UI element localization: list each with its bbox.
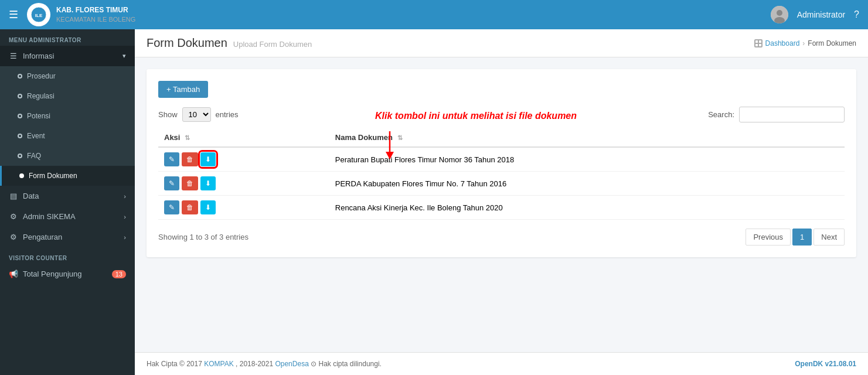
sidebar-item-total-pengunjung[interactable]: 📢 Total Pengunjung 13	[0, 264, 135, 284]
app-logo: ILE KAB. FLORES TIMUR KECAMATAN ILE BOLE…	[27, 3, 135, 26]
sidebar-item-form-dokumen[interactable]: Form Dokumen	[0, 166, 135, 186]
chevron-down-icon: ▾	[122, 52, 126, 60]
cell-nama-1: Peraturan Bupati Flores Timur Nomor 36 T…	[329, 147, 845, 172]
chevron-right-icon: ›	[124, 193, 126, 200]
pagination: Previous 1 Next	[746, 229, 845, 246]
sidebar-submenu-informasi: Prosedur Regulasi Potensi Event FAQ Form…	[0, 66, 135, 186]
sidebar-item-pengaturan[interactable]: ⚙ Pengaturan ›	[0, 227, 135, 247]
cell-aksi-2: ✎🗑⬇	[158, 172, 329, 196]
svg-rect-6	[755, 40, 758, 43]
tambah-button[interactable]: + Tambah	[158, 81, 208, 98]
delete-button-1[interactable]: 🗑	[182, 152, 198, 166]
svg-point-3	[777, 10, 782, 16]
sidebar-item-label-potensi: Potensi	[27, 112, 50, 120]
speaker-icon: 📢	[9, 270, 18, 278]
sidebar-section-visitor: VISITOR COUNTER	[0, 250, 135, 264]
sidebar-item-label-regulasi: Regulasi	[27, 92, 55, 100]
sidebar-item-label-event: Event	[27, 132, 45, 140]
svg-text:ILE: ILE	[35, 13, 43, 18]
sidebar-item-label-admin-sikema: Admin SIKEMA	[23, 212, 76, 221]
search-input[interactable]	[739, 107, 845, 122]
col-aksi: Aksi ⇅	[158, 128, 329, 147]
sidebar-item-label-form-dokumen: Form Dokumen	[29, 172, 77, 180]
footer-copyright: Hak Cipta © 2017	[147, 360, 204, 368]
footer-rights: Hak cipta dilindungi.	[319, 360, 382, 368]
page-subtitle: Upload Form Dokumen	[233, 40, 312, 49]
navbar: ☰ ILE KAB. FLORES TIMUR KECAMATAN ILE BO…	[0, 0, 868, 29]
sidebar-item-faq[interactable]: FAQ	[0, 146, 135, 166]
table-footer: Showing 1 to 3 of 3 entries Previous 1 N…	[158, 229, 845, 246]
entries-select[interactable]: 10 25 50	[182, 107, 211, 122]
download-button-1[interactable]: ⬇	[200, 152, 216, 166]
dashboard-icon	[754, 39, 763, 47]
dot-icon-active	[19, 173, 24, 178]
help-icon[interactable]: ?	[854, 9, 859, 20]
dot-icon	[18, 74, 22, 79]
action-buttons-2: ✎🗑⬇	[164, 176, 324, 190]
download-button-3[interactable]: ⬇	[200, 200, 216, 214]
previous-button[interactable]: Previous	[746, 229, 791, 246]
hamburger-icon[interactable]: ☰	[9, 8, 18, 21]
table-controls: Show 10 25 50 entries Search:	[158, 107, 845, 122]
show-entries: Show 10 25 50 entries	[158, 107, 239, 122]
dot-icon	[18, 94, 22, 98]
sidebar-item-label-informasi: Informasi	[23, 52, 54, 60]
delete-button-2[interactable]: 🗑	[182, 176, 198, 190]
search-label: Search:	[708, 110, 734, 119]
footer-year: , 2018-2021	[236, 360, 275, 368]
footer-kompak-link[interactable]: KOMPAK	[204, 360, 233, 368]
show-label: Show	[158, 110, 178, 119]
sidebar-item-regulasi[interactable]: Regulasi	[0, 86, 135, 106]
table-row: ✎🗑⬇PERDA Kabupaten Flores Timur No. 7 Ta…	[158, 172, 845, 196]
sidebar-item-label-prosedur: Prosedur	[27, 72, 56, 80]
visitor-label: Total Pengunjung	[23, 270, 81, 278]
footer-opendesa-link[interactable]: OpenDesa	[275, 360, 308, 368]
edit-button-2[interactable]: ✎	[164, 176, 179, 190]
table-section: Klik tombol ini untuk melihat isi file d…	[158, 128, 845, 220]
page-title: Form Dokumen	[147, 36, 227, 50]
pengaturan-icon: ⚙	[9, 233, 18, 241]
breadcrumb-current: Form Dokumen	[808, 39, 856, 47]
dot-icon	[18, 134, 22, 138]
svg-rect-7	[759, 40, 761, 43]
data-icon: ▤	[9, 192, 18, 200]
page-1-button[interactable]: 1	[792, 229, 812, 246]
sidebar-item-data[interactable]: ▤ Data ›	[0, 186, 135, 206]
sidebar-item-event[interactable]: Event	[0, 126, 135, 146]
main-wrapper: Form Dokumen Upload Form Dokumen Dashboa…	[135, 29, 868, 375]
table-info: Showing 1 to 3 of 3 entries	[158, 233, 249, 241]
sidebar-item-potensi[interactable]: Potensi	[0, 106, 135, 126]
cell-nama-2: PERDA Kabupaten Flores Timur No. 7 Tahun…	[329, 172, 845, 196]
logo-circle: ILE	[27, 3, 50, 26]
logo-text: KAB. FLORES TIMUR KECAMATAN ILE BOLENG	[56, 5, 135, 24]
footer-github-icon: ⊙	[311, 360, 318, 368]
navbar-right: Administrator ?	[771, 6, 859, 23]
footer-left: Hak Cipta © 2017 KOMPAK , 2018-2021 Open…	[147, 360, 382, 368]
cell-aksi-3: ✎🗑⬇	[158, 196, 329, 220]
sidebar: MENU ADMINISTRATOR ☰ Informasi ▾ Prosedu…	[0, 29, 135, 375]
svg-rect-9	[759, 44, 761, 46]
breadcrumb-dashboard[interactable]: Dashboard	[765, 39, 800, 47]
dokumen-table: Aksi ⇅ Nama Dokumen ⇅ ✎🗑⬇Peraturan Bupat…	[158, 128, 845, 220]
sort-icon-aksi: ⇅	[185, 134, 190, 141]
download-button-2[interactable]: ⬇	[200, 176, 216, 190]
cell-nama-3: Rencana Aksi Kinerja Kec. Ile Boleng Tah…	[329, 196, 845, 220]
edit-button-1[interactable]: ✎	[164, 152, 179, 166]
chevron-right-icon-2: ›	[124, 213, 126, 220]
sidebar-item-label-data: Data	[23, 192, 39, 200]
delete-button-3[interactable]: 🗑	[182, 200, 198, 214]
sidebar-item-informasi[interactable]: ☰ Informasi ▾	[0, 46, 135, 66]
admin-icon: ⚙	[9, 212, 18, 221]
footer: Hak Cipta © 2017 KOMPAK , 2018-2021 Open…	[135, 352, 868, 375]
sidebar-item-admin-sikema[interactable]: ⚙ Admin SIKEMA ›	[0, 206, 135, 227]
entries-label: entries	[216, 110, 239, 119]
cell-aksi-1: ✎🗑⬇	[158, 147, 329, 172]
next-button[interactable]: Next	[813, 229, 845, 246]
col-nama-dokumen: Nama Dokumen ⇅	[329, 128, 845, 147]
edit-button-3[interactable]: ✎	[164, 200, 179, 214]
svg-rect-8	[755, 44, 758, 46]
sidebar-item-prosedur[interactable]: Prosedur	[0, 66, 135, 86]
dot-icon	[18, 154, 22, 158]
table-row: ✎🗑⬇Peraturan Bupati Flores Timur Nomor 3…	[158, 147, 845, 172]
footer-version: OpenDK v21.08.01	[795, 360, 856, 368]
